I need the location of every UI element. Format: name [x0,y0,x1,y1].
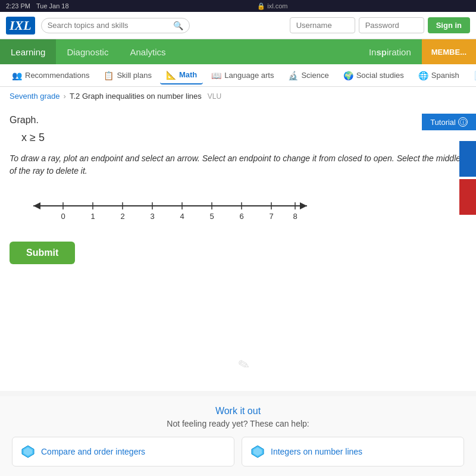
tab-recommendations[interactable]: 👥 Recommendations [6,67,95,84]
recommendations-icon: 👥 [12,71,22,80]
language-arts-icon: 📖 [211,71,221,80]
math-icon: 📐 [166,70,176,80]
svg-text:8: 8 [293,212,297,221]
svg-text:5: 5 [209,212,214,221]
breadcrumb-separator: › [64,92,66,101]
search-icon[interactable]: 🔍 [173,21,183,30]
tab-social-studies[interactable]: 🌍 Social studies [337,67,410,84]
nav-right: Inspiration MEMBE... [358,39,476,64]
lock-icon: 🔒 [257,2,265,10]
username-input[interactable] [290,17,355,33]
work-it-out-title: Work it out [12,406,464,416]
time-display: 2:23 PM [6,2,30,10]
breadcrumb-skill: T.2 Graph inequalities on number lines [70,92,202,101]
search-input[interactable] [48,21,173,30]
skill-integers-number-lines[interactable]: Integers on number lines [242,437,464,466]
svg-text:2: 2 [120,212,124,221]
tab-spanish[interactable]: 🌐 Spanish [412,67,465,84]
skill-links: Compare and order integers Integers on n… [12,437,464,466]
status-bar: 2:23 PM Tue Jan 18 🔒 ixl.com [0,0,476,12]
top-nav: IXL 🔍 Sign in [0,12,476,39]
svg-marker-1 [33,202,40,209]
breadcrumb-grade[interactable]: Seventh grade [10,92,60,101]
auth-section: Sign in [290,17,470,33]
spanish-icon: 🌐 [418,71,428,80]
tutorial-circle-icon: ⓘ [458,117,468,127]
tutorial-label: Tutorial [430,118,456,127]
tutorial-button[interactable]: Tutorial ⓘ [422,114,476,130]
social-studies-icon: 🌍 [343,71,353,80]
diamond-icon-2 [250,444,265,459]
date-display: Tue Jan 18 [36,2,69,10]
work-it-out-subtitle: Not feeling ready yet? These can help: [12,419,464,428]
skill-plans-icon: 📋 [104,71,114,80]
skill-compare-integers[interactable]: Compare and order integers [12,437,234,466]
problem-label: Graph. [10,115,466,126]
subject-tabs: 👥 Recommendations 📋 Skill plans 📐 Math 📖… [0,64,476,87]
svg-text:6: 6 [239,212,243,221]
skill-integers-number-lines-label: Integers on number lines [271,447,362,456]
content-area: Tutorial ⓘ Graph. x ≥ 5 To draw a ray, p… [0,105,476,391]
password-input[interactable] [359,17,424,33]
search-bar[interactable]: 🔍 [41,18,190,33]
svg-text:3: 3 [150,212,154,221]
number-line-svg[interactable]: 0 1 2 3 4 5 6 7 8 [15,189,325,225]
cursor-mark: ✏ [234,355,253,375]
tab-language-arts[interactable]: 📖 Language arts [205,67,280,84]
ny-standards-icon: 📄 [474,71,476,80]
svg-text:1: 1 [90,212,95,221]
diamond-icon-1 [21,444,35,459]
skill-compare-integers-label: Compare and order integers [41,447,145,456]
problem-expression: x ≥ 5 [21,131,466,144]
nav-analytics[interactable]: Analytics [119,39,176,64]
tab-ny-standards[interactable]: 📄 NY Standards [468,67,476,84]
svg-marker-2 [300,202,307,209]
submit-button[interactable]: Submit [10,242,75,264]
problem-instructions: To draw a ray, plot an endpoint and sele… [10,152,466,177]
tab-skill-plans[interactable]: 📋 Skill plans [98,67,158,84]
nav-diagnostic[interactable]: Diagnostic [56,39,119,64]
sign-in-button[interactable]: Sign in [428,17,470,33]
science-icon: 🔬 [288,71,298,80]
svg-text:4: 4 [180,212,184,221]
url-bar: 🔒 ixl.com [75,2,470,10]
logo: IXL [6,17,35,35]
work-it-out-section: Work it out Not feeling ready yet? These… [0,396,476,476]
number-line-container[interactable]: 0 1 2 3 4 5 6 7 8 [15,189,466,227]
breadcrumb-code: VLU [208,92,221,101]
svg-text:0: 0 [61,212,65,221]
nav-learning[interactable]: Learning [0,39,56,64]
tab-math[interactable]: 📐 Math [160,67,203,84]
nav-member[interactable]: MEMBE... [422,39,476,64]
breadcrumb: Seventh grade › T.2 Graph inequalities o… [0,87,476,105]
main-nav: Learning Diagnostic Analytics Inspiratio… [0,39,476,64]
svg-text:7: 7 [269,212,273,221]
tab-science[interactable]: 🔬 Science [282,67,334,84]
score-box-blue [459,141,476,177]
nav-inspiration[interactable]: Inspiration [358,39,422,64]
